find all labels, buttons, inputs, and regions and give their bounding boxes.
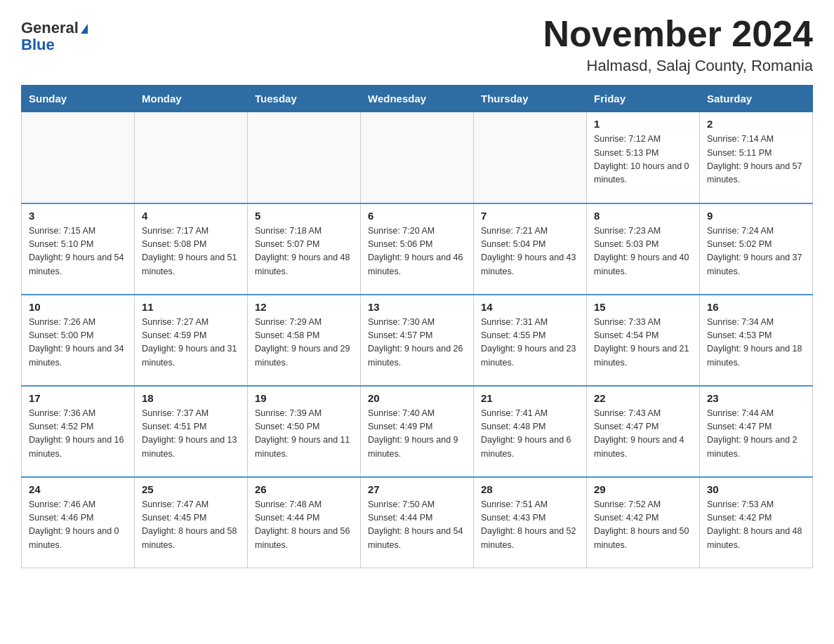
calendar-week-row: 24Sunrise: 7:46 AMSunset: 4:46 PMDayligh… bbox=[22, 477, 813, 568]
day-sun-info: Sunrise: 7:21 AMSunset: 5:04 PMDaylight:… bbox=[481, 224, 579, 279]
calendar-day-cell: 7Sunrise: 7:21 AMSunset: 5:04 PMDaylight… bbox=[474, 203, 587, 295]
day-number: 11 bbox=[142, 301, 240, 313]
day-number: 21 bbox=[481, 392, 579, 404]
logo-triangle-icon bbox=[81, 24, 88, 34]
calendar-day-cell: 20Sunrise: 7:40 AMSunset: 4:49 PMDayligh… bbox=[361, 386, 474, 477]
day-number: 9 bbox=[707, 210, 805, 222]
day-sun-info: Sunrise: 7:39 AMSunset: 4:50 PMDaylight:… bbox=[255, 407, 353, 462]
calendar-day-cell: 24Sunrise: 7:46 AMSunset: 4:46 PMDayligh… bbox=[22, 477, 135, 568]
day-number: 5 bbox=[255, 210, 353, 222]
calendar-day-cell bbox=[474, 112, 587, 203]
calendar-day-cell: 16Sunrise: 7:34 AMSunset: 4:53 PMDayligh… bbox=[700, 295, 813, 386]
calendar-day-cell: 29Sunrise: 7:52 AMSunset: 4:42 PMDayligh… bbox=[587, 477, 700, 568]
day-sun-info: Sunrise: 7:12 AMSunset: 5:13 PMDaylight:… bbox=[594, 133, 692, 187]
day-of-week-header: Monday bbox=[135, 86, 248, 112]
day-of-week-header: Sunday bbox=[22, 86, 135, 112]
calendar-day-cell: 23Sunrise: 7:44 AMSunset: 4:47 PMDayligh… bbox=[700, 386, 813, 477]
day-sun-info: Sunrise: 7:29 AMSunset: 4:58 PMDaylight:… bbox=[255, 316, 353, 370]
day-number: 29 bbox=[594, 483, 692, 495]
day-sun-info: Sunrise: 7:15 AMSunset: 5:10 PMDaylight:… bbox=[29, 224, 127, 279]
day-number: 6 bbox=[368, 210, 466, 222]
day-number: 8 bbox=[594, 210, 692, 222]
calendar-day-cell: 25Sunrise: 7:47 AMSunset: 4:45 PMDayligh… bbox=[135, 477, 248, 568]
day-sun-info: Sunrise: 7:17 AMSunset: 5:08 PMDaylight:… bbox=[142, 224, 240, 279]
day-number: 26 bbox=[255, 483, 353, 495]
day-number: 2 bbox=[707, 118, 805, 130]
day-sun-info: Sunrise: 7:26 AMSunset: 5:00 PMDaylight:… bbox=[29, 316, 127, 370]
calendar-week-row: 17Sunrise: 7:36 AMSunset: 4:52 PMDayligh… bbox=[22, 386, 813, 477]
calendar-day-cell: 27Sunrise: 7:50 AMSunset: 4:44 PMDayligh… bbox=[361, 477, 474, 568]
calendar-header-row: SundayMondayTuesdayWednesdayThursdayFrid… bbox=[22, 86, 813, 112]
page-header: General Blue November 2024 Halmasd, Sala… bbox=[21, 14, 813, 75]
day-sun-info: Sunrise: 7:46 AMSunset: 4:46 PMDaylight:… bbox=[29, 498, 127, 553]
day-number: 13 bbox=[368, 301, 466, 313]
day-number: 22 bbox=[594, 392, 692, 404]
day-number: 15 bbox=[594, 301, 692, 313]
logo-general-text: General bbox=[21, 19, 79, 36]
day-number: 16 bbox=[707, 301, 805, 313]
logo-blue-text: Blue bbox=[21, 36, 55, 53]
calendar-day-cell: 14Sunrise: 7:31 AMSunset: 4:55 PMDayligh… bbox=[474, 295, 587, 386]
day-number: 25 bbox=[142, 483, 240, 495]
calendar-day-cell: 22Sunrise: 7:43 AMSunset: 4:47 PMDayligh… bbox=[587, 386, 700, 477]
day-number: 30 bbox=[707, 483, 805, 495]
day-sun-info: Sunrise: 7:47 AMSunset: 4:45 PMDaylight:… bbox=[142, 498, 240, 553]
day-sun-info: Sunrise: 7:24 AMSunset: 5:02 PMDaylight:… bbox=[707, 224, 805, 279]
calendar-day-cell: 11Sunrise: 7:27 AMSunset: 4:59 PMDayligh… bbox=[135, 295, 248, 386]
day-number: 7 bbox=[481, 210, 579, 222]
day-sun-info: Sunrise: 7:18 AMSunset: 5:07 PMDaylight:… bbox=[255, 224, 353, 279]
title-block: November 2024 Halmasd, Salaj County, Rom… bbox=[543, 14, 813, 75]
day-sun-info: Sunrise: 7:50 AMSunset: 4:44 PMDaylight:… bbox=[368, 498, 466, 553]
calendar-week-row: 3Sunrise: 7:15 AMSunset: 5:10 PMDaylight… bbox=[22, 203, 813, 295]
day-sun-info: Sunrise: 7:51 AMSunset: 4:43 PMDaylight:… bbox=[481, 498, 579, 553]
day-of-week-header: Thursday bbox=[474, 86, 587, 112]
day-number: 14 bbox=[481, 301, 579, 313]
calendar-day-cell: 6Sunrise: 7:20 AMSunset: 5:06 PMDaylight… bbox=[361, 203, 474, 295]
day-sun-info: Sunrise: 7:40 AMSunset: 4:49 PMDaylight:… bbox=[368, 407, 466, 462]
day-sun-info: Sunrise: 7:14 AMSunset: 5:11 PMDaylight:… bbox=[707, 133, 805, 187]
day-number: 28 bbox=[481, 483, 579, 495]
calendar-day-cell: 2Sunrise: 7:14 AMSunset: 5:11 PMDaylight… bbox=[700, 112, 813, 203]
day-number: 19 bbox=[255, 392, 353, 404]
calendar-day-cell: 21Sunrise: 7:41 AMSunset: 4:48 PMDayligh… bbox=[474, 386, 587, 477]
day-sun-info: Sunrise: 7:20 AMSunset: 5:06 PMDaylight:… bbox=[368, 224, 466, 279]
day-sun-info: Sunrise: 7:34 AMSunset: 4:53 PMDaylight:… bbox=[707, 316, 805, 370]
day-number: 3 bbox=[29, 210, 127, 222]
day-sun-info: Sunrise: 7:36 AMSunset: 4:52 PMDaylight:… bbox=[29, 407, 127, 462]
day-number: 10 bbox=[29, 301, 127, 313]
day-sun-info: Sunrise: 7:30 AMSunset: 4:57 PMDaylight:… bbox=[368, 316, 466, 370]
day-number: 12 bbox=[255, 301, 353, 313]
calendar-day-cell: 8Sunrise: 7:23 AMSunset: 5:03 PMDaylight… bbox=[587, 203, 700, 295]
logo: General Blue bbox=[21, 20, 88, 53]
calendar-day-cell: 19Sunrise: 7:39 AMSunset: 4:50 PMDayligh… bbox=[248, 386, 361, 477]
day-number: 1 bbox=[594, 118, 692, 130]
calendar-day-cell bbox=[135, 112, 248, 203]
calendar-table: SundayMondayTuesdayWednesdayThursdayFrid… bbox=[21, 85, 813, 568]
calendar-day-cell: 26Sunrise: 7:48 AMSunset: 4:44 PMDayligh… bbox=[248, 477, 361, 568]
day-number: 4 bbox=[142, 210, 240, 222]
calendar-day-cell: 3Sunrise: 7:15 AMSunset: 5:10 PMDaylight… bbox=[22, 203, 135, 295]
calendar-day-cell: 13Sunrise: 7:30 AMSunset: 4:57 PMDayligh… bbox=[361, 295, 474, 386]
calendar-day-cell: 4Sunrise: 7:17 AMSunset: 5:08 PMDaylight… bbox=[135, 203, 248, 295]
day-of-week-header: Tuesday bbox=[248, 86, 361, 112]
calendar-day-cell: 9Sunrise: 7:24 AMSunset: 5:02 PMDaylight… bbox=[700, 203, 813, 295]
day-sun-info: Sunrise: 7:37 AMSunset: 4:51 PMDaylight:… bbox=[142, 407, 240, 462]
day-of-week-header: Wednesday bbox=[361, 86, 474, 112]
calendar-day-cell: 10Sunrise: 7:26 AMSunset: 5:00 PMDayligh… bbox=[22, 295, 135, 386]
day-sun-info: Sunrise: 7:44 AMSunset: 4:47 PMDaylight:… bbox=[707, 407, 805, 462]
calendar-day-cell: 17Sunrise: 7:36 AMSunset: 4:52 PMDayligh… bbox=[22, 386, 135, 477]
calendar-subtitle: Halmasd, Salaj County, Romania bbox=[543, 57, 813, 75]
calendar-day-cell bbox=[361, 112, 474, 203]
calendar-day-cell: 1Sunrise: 7:12 AMSunset: 5:13 PMDaylight… bbox=[587, 112, 700, 203]
calendar-day-cell: 12Sunrise: 7:29 AMSunset: 4:58 PMDayligh… bbox=[248, 295, 361, 386]
day-number: 20 bbox=[368, 392, 466, 404]
calendar-week-row: 10Sunrise: 7:26 AMSunset: 5:00 PMDayligh… bbox=[22, 295, 813, 386]
calendar-day-cell bbox=[248, 112, 361, 203]
calendar-day-cell bbox=[22, 112, 135, 203]
calendar-title: November 2024 bbox=[543, 14, 813, 54]
day-sun-info: Sunrise: 7:33 AMSunset: 4:54 PMDaylight:… bbox=[594, 316, 692, 370]
day-sun-info: Sunrise: 7:23 AMSunset: 5:03 PMDaylight:… bbox=[594, 224, 692, 279]
day-of-week-header: Saturday bbox=[700, 86, 813, 112]
day-sun-info: Sunrise: 7:43 AMSunset: 4:47 PMDaylight:… bbox=[594, 407, 692, 462]
day-sun-info: Sunrise: 7:53 AMSunset: 4:42 PMDaylight:… bbox=[707, 498, 805, 553]
